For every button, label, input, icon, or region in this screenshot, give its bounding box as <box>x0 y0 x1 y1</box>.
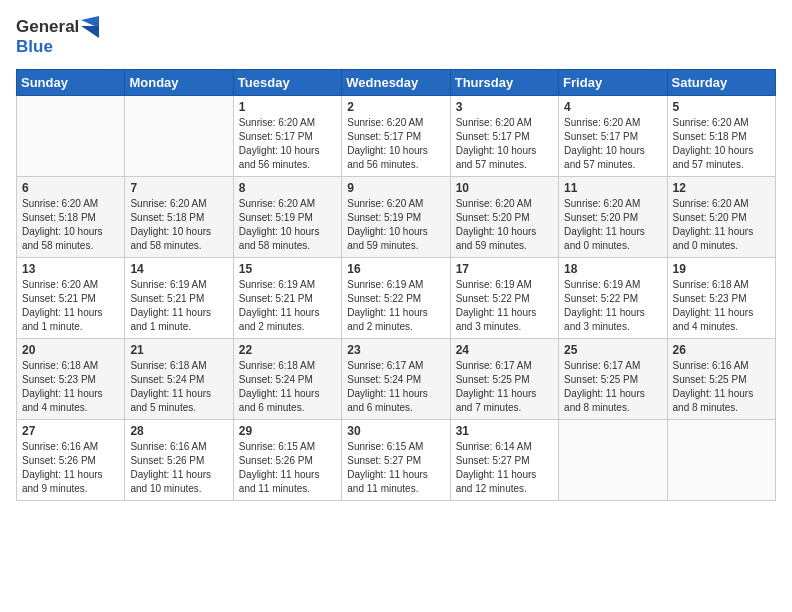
calendar-cell: 30Sunrise: 6:15 AMSunset: 5:27 PMDayligh… <box>342 419 450 500</box>
calendar-cell: 24Sunrise: 6:17 AMSunset: 5:25 PMDayligh… <box>450 338 558 419</box>
day-info: Sunrise: 6:15 AMSunset: 5:26 PMDaylight:… <box>239 440 336 496</box>
day-info: Sunrise: 6:15 AMSunset: 5:27 PMDaylight:… <box>347 440 444 496</box>
day-info: Sunrise: 6:16 AMSunset: 5:26 PMDaylight:… <box>22 440 119 496</box>
day-number: 16 <box>347 262 444 276</box>
calendar-cell <box>17 95 125 176</box>
day-number: 7 <box>130 181 227 195</box>
day-info: Sunrise: 6:20 AMSunset: 5:18 PMDaylight:… <box>673 116 770 172</box>
calendar-cell: 14Sunrise: 6:19 AMSunset: 5:21 PMDayligh… <box>125 257 233 338</box>
calendar-cell: 21Sunrise: 6:18 AMSunset: 5:24 PMDayligh… <box>125 338 233 419</box>
day-number: 27 <box>22 424 119 438</box>
day-number: 15 <box>239 262 336 276</box>
day-of-week-thursday: Thursday <box>450 69 558 95</box>
calendar-cell: 23Sunrise: 6:17 AMSunset: 5:24 PMDayligh… <box>342 338 450 419</box>
day-number: 14 <box>130 262 227 276</box>
calendar-cell: 10Sunrise: 6:20 AMSunset: 5:20 PMDayligh… <box>450 176 558 257</box>
day-info: Sunrise: 6:19 AMSunset: 5:21 PMDaylight:… <box>130 278 227 334</box>
day-number: 9 <box>347 181 444 195</box>
calendar-cell: 12Sunrise: 6:20 AMSunset: 5:20 PMDayligh… <box>667 176 775 257</box>
day-number: 12 <box>673 181 770 195</box>
calendar-cell <box>125 95 233 176</box>
calendar-cell: 19Sunrise: 6:18 AMSunset: 5:23 PMDayligh… <box>667 257 775 338</box>
day-number: 22 <box>239 343 336 357</box>
day-number: 2 <box>347 100 444 114</box>
day-info: Sunrise: 6:14 AMSunset: 5:27 PMDaylight:… <box>456 440 553 496</box>
day-info: Sunrise: 6:20 AMSunset: 5:18 PMDaylight:… <box>130 197 227 253</box>
day-number: 4 <box>564 100 661 114</box>
calendar-cell: 2Sunrise: 6:20 AMSunset: 5:17 PMDaylight… <box>342 95 450 176</box>
calendar-cell: 16Sunrise: 6:19 AMSunset: 5:22 PMDayligh… <box>342 257 450 338</box>
day-info: Sunrise: 6:19 AMSunset: 5:22 PMDaylight:… <box>564 278 661 334</box>
day-number: 20 <box>22 343 119 357</box>
day-number: 29 <box>239 424 336 438</box>
day-info: Sunrise: 6:20 AMSunset: 5:17 PMDaylight:… <box>347 116 444 172</box>
day-number: 30 <box>347 424 444 438</box>
calendar-cell: 1Sunrise: 6:20 AMSunset: 5:17 PMDaylight… <box>233 95 341 176</box>
calendar-cell: 25Sunrise: 6:17 AMSunset: 5:25 PMDayligh… <box>559 338 667 419</box>
header: General Blue <box>16 16 776 57</box>
day-info: Sunrise: 6:20 AMSunset: 5:19 PMDaylight:… <box>347 197 444 253</box>
calendar-cell <box>559 419 667 500</box>
day-of-week-sunday: Sunday <box>17 69 125 95</box>
day-of-week-tuesday: Tuesday <box>233 69 341 95</box>
day-info: Sunrise: 6:20 AMSunset: 5:20 PMDaylight:… <box>564 197 661 253</box>
day-info: Sunrise: 6:20 AMSunset: 5:18 PMDaylight:… <box>22 197 119 253</box>
day-info: Sunrise: 6:16 AMSunset: 5:26 PMDaylight:… <box>130 440 227 496</box>
logo: General Blue <box>16 16 99 57</box>
day-number: 13 <box>22 262 119 276</box>
day-info: Sunrise: 6:20 AMSunset: 5:17 PMDaylight:… <box>564 116 661 172</box>
day-info: Sunrise: 6:18 AMSunset: 5:24 PMDaylight:… <box>239 359 336 415</box>
day-info: Sunrise: 6:18 AMSunset: 5:23 PMDaylight:… <box>673 278 770 334</box>
calendar-cell: 27Sunrise: 6:16 AMSunset: 5:26 PMDayligh… <box>17 419 125 500</box>
day-info: Sunrise: 6:17 AMSunset: 5:25 PMDaylight:… <box>564 359 661 415</box>
calendar-cell: 28Sunrise: 6:16 AMSunset: 5:26 PMDayligh… <box>125 419 233 500</box>
day-number: 19 <box>673 262 770 276</box>
logo-arrow-icon <box>81 16 99 38</box>
day-of-week-friday: Friday <box>559 69 667 95</box>
week-row-4: 20Sunrise: 6:18 AMSunset: 5:23 PMDayligh… <box>17 338 776 419</box>
calendar-header: SundayMondayTuesdayWednesdayThursdayFrid… <box>17 69 776 95</box>
calendar-cell: 7Sunrise: 6:20 AMSunset: 5:18 PMDaylight… <box>125 176 233 257</box>
day-info: Sunrise: 6:19 AMSunset: 5:22 PMDaylight:… <box>456 278 553 334</box>
logo-blue: Blue <box>16 38 99 57</box>
day-number: 28 <box>130 424 227 438</box>
svg-marker-1 <box>81 26 99 38</box>
calendar-cell: 15Sunrise: 6:19 AMSunset: 5:21 PMDayligh… <box>233 257 341 338</box>
day-number: 1 <box>239 100 336 114</box>
day-number: 31 <box>456 424 553 438</box>
day-info: Sunrise: 6:17 AMSunset: 5:24 PMDaylight:… <box>347 359 444 415</box>
calendar-body: 1Sunrise: 6:20 AMSunset: 5:17 PMDaylight… <box>17 95 776 500</box>
calendar-cell: 20Sunrise: 6:18 AMSunset: 5:23 PMDayligh… <box>17 338 125 419</box>
day-info: Sunrise: 6:20 AMSunset: 5:17 PMDaylight:… <box>239 116 336 172</box>
calendar-table: SundayMondayTuesdayWednesdayThursdayFrid… <box>16 69 776 501</box>
day-number: 18 <box>564 262 661 276</box>
days-of-week-row: SundayMondayTuesdayWednesdayThursdayFrid… <box>17 69 776 95</box>
day-of-week-saturday: Saturday <box>667 69 775 95</box>
calendar-cell: 6Sunrise: 6:20 AMSunset: 5:18 PMDaylight… <box>17 176 125 257</box>
day-info: Sunrise: 6:20 AMSunset: 5:20 PMDaylight:… <box>456 197 553 253</box>
calendar-cell: 8Sunrise: 6:20 AMSunset: 5:19 PMDaylight… <box>233 176 341 257</box>
day-info: Sunrise: 6:20 AMSunset: 5:21 PMDaylight:… <box>22 278 119 334</box>
day-info: Sunrise: 6:19 AMSunset: 5:21 PMDaylight:… <box>239 278 336 334</box>
week-row-1: 1Sunrise: 6:20 AMSunset: 5:17 PMDaylight… <box>17 95 776 176</box>
day-number: 23 <box>347 343 444 357</box>
day-number: 26 <box>673 343 770 357</box>
day-of-week-wednesday: Wednesday <box>342 69 450 95</box>
day-number: 5 <box>673 100 770 114</box>
calendar-cell: 11Sunrise: 6:20 AMSunset: 5:20 PMDayligh… <box>559 176 667 257</box>
day-of-week-monday: Monday <box>125 69 233 95</box>
logo-general: General <box>16 18 79 37</box>
logo-container: General Blue <box>16 16 99 57</box>
day-info: Sunrise: 6:17 AMSunset: 5:25 PMDaylight:… <box>456 359 553 415</box>
day-number: 21 <box>130 343 227 357</box>
day-info: Sunrise: 6:20 AMSunset: 5:17 PMDaylight:… <box>456 116 553 172</box>
day-number: 6 <box>22 181 119 195</box>
calendar-cell: 31Sunrise: 6:14 AMSunset: 5:27 PMDayligh… <box>450 419 558 500</box>
day-number: 24 <box>456 343 553 357</box>
week-row-2: 6Sunrise: 6:20 AMSunset: 5:18 PMDaylight… <box>17 176 776 257</box>
day-number: 11 <box>564 181 661 195</box>
day-info: Sunrise: 6:20 AMSunset: 5:20 PMDaylight:… <box>673 197 770 253</box>
day-info: Sunrise: 6:18 AMSunset: 5:24 PMDaylight:… <box>130 359 227 415</box>
day-info: Sunrise: 6:19 AMSunset: 5:22 PMDaylight:… <box>347 278 444 334</box>
week-row-3: 13Sunrise: 6:20 AMSunset: 5:21 PMDayligh… <box>17 257 776 338</box>
